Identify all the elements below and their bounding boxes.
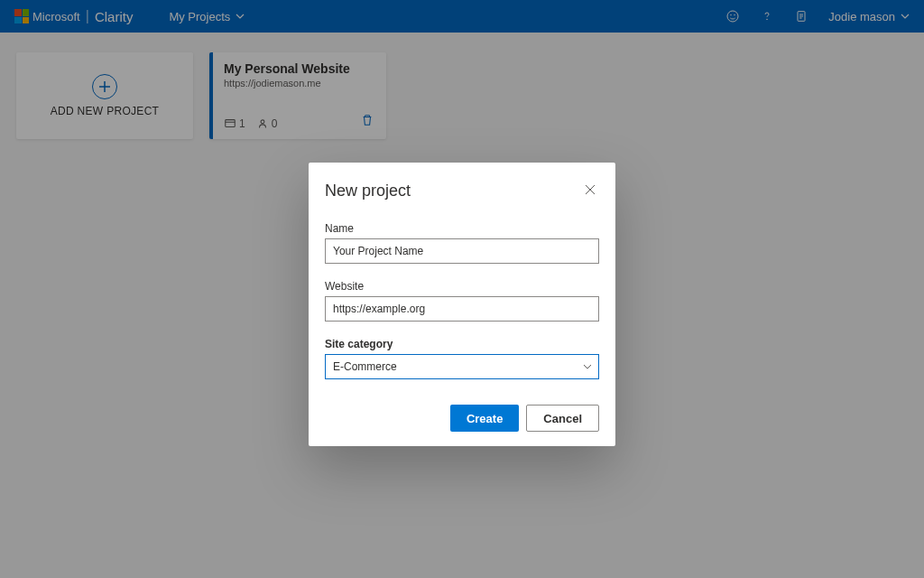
close-icon bbox=[585, 184, 596, 195]
modal-title: New project bbox=[325, 182, 411, 200]
close-button[interactable] bbox=[581, 179, 599, 202]
website-input[interactable] bbox=[325, 296, 599, 322]
create-button[interactable]: Create bbox=[450, 405, 519, 432]
website-label: Website bbox=[325, 280, 599, 293]
new-project-modal: New project Name Website Site category C… bbox=[309, 163, 615, 446]
name-label: Name bbox=[325, 222, 599, 235]
category-label: Site category bbox=[325, 338, 599, 350]
category-select[interactable] bbox=[325, 354, 599, 379]
modal-overlay: New project Name Website Site category C… bbox=[0, 0, 924, 578]
cancel-button[interactable]: Cancel bbox=[526, 405, 599, 432]
name-input[interactable] bbox=[325, 238, 599, 264]
